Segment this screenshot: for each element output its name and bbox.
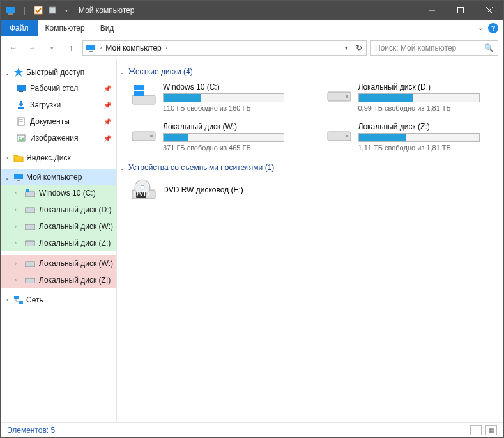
refresh-button[interactable]: ↻: [351, 40, 367, 56]
chevron-right-icon[interactable]: ›: [3, 155, 11, 161]
tree-quick-access[interactable]: ⌄ Быстрый доступ: [1, 65, 116, 80]
drive-icon: [326, 122, 352, 148]
tree-drive-z[interactable]: › Локальный диск (Z:): [1, 235, 116, 251]
chevron-right-icon[interactable]: ›: [15, 223, 21, 230]
drive-windows-icon: [25, 188, 35, 198]
svg-rect-19: [14, 174, 23, 179]
computer-icon: [13, 172, 24, 182]
chevron-right-icon[interactable]: ›: [15, 190, 21, 196]
content-pane: ⌄ Жесткие диски (4) Windows 10 (C:) 110 …: [117, 59, 503, 422]
tree-downloads[interactable]: Загрузки 📌: [1, 97, 116, 113]
chevron-right-icon[interactable]: ›: [165, 44, 167, 51]
svg-rect-5: [457, 8, 463, 13]
desktop-icon: [16, 83, 26, 93]
tree-drive-z-dup[interactable]: › Локальный диск (Z:): [1, 272, 116, 288]
svg-rect-1: [8, 13, 13, 15]
chevron-down-icon[interactable]: ⌄: [3, 69, 11, 76]
search-icon[interactable]: 🔍: [484, 43, 494, 52]
drive-usage-fill: [164, 94, 201, 102]
drive-z[interactable]: Локальный диск (Z:) 1,11 ТБ свободно из …: [326, 122, 496, 152]
svg-rect-20: [17, 180, 20, 181]
menu-view[interactable]: Вид: [93, 20, 122, 36]
section-hard-drives[interactable]: ⌄ Жесткие диски (4): [119, 67, 496, 76]
svg-rect-31: [134, 85, 139, 90]
drive-icon: [25, 258, 35, 269]
drive-free-text: 110 ГБ свободно из 160 ГБ: [163, 104, 291, 112]
chevron-right-icon[interactable]: ›: [15, 260, 21, 267]
drive-icon: [131, 122, 157, 148]
tree-pictures[interactable]: Изображения 📌: [1, 130, 116, 146]
tree-drive-d[interactable]: › Локальный диск (D:): [1, 201, 116, 218]
svg-rect-34: [139, 91, 144, 96]
qat-new-icon[interactable]: [47, 4, 58, 16]
tree-documents[interactable]: Документы 📌: [1, 113, 116, 130]
ribbon-expand-icon[interactable]: ⌄: [478, 24, 483, 31]
maximize-button[interactable]: [446, 1, 475, 20]
chevron-down-icon[interactable]: ⌄: [119, 68, 125, 75]
pin-icon: 📌: [103, 102, 111, 109]
chevron-right-icon[interactable]: ›: [100, 44, 102, 51]
tree-yandex-disk[interactable]: › Яндекс.Диск: [1, 150, 116, 166]
nav-recent-dropdown[interactable]: ▾: [44, 40, 59, 56]
address-bar[interactable]: › Мой компьютер › ▾: [82, 40, 351, 56]
downloads-icon: [16, 100, 26, 110]
svg-rect-32: [139, 85, 144, 90]
drive-label: Локальный диск (Z:): [358, 122, 486, 131]
drive-d[interactable]: Локальный диск (D:) 0,99 ТБ свободно из …: [326, 82, 496, 112]
svg-rect-21: [25, 192, 35, 197]
svg-rect-38: [150, 135, 153, 137]
qat-dropdown-icon[interactable]: ▾: [61, 4, 72, 16]
help-icon[interactable]: ?: [488, 23, 498, 33]
titlebar: | ▾ Мой компьютер: [1, 1, 503, 20]
tree-my-computer[interactable]: ⌄ Мой компьютер: [1, 169, 116, 185]
svg-rect-27: [25, 278, 35, 283]
drive-windows-icon: [131, 82, 157, 108]
svg-rect-3: [49, 7, 56, 13]
minimize-button[interactable]: [417, 1, 446, 20]
chevron-down-icon[interactable]: ⌄: [3, 174, 11, 181]
tree-drive-w-dup[interactable]: › Локальный диск (W:): [1, 255, 116, 272]
drive-usage-bar: [163, 93, 284, 102]
address-dropdown-icon[interactable]: ▾: [345, 45, 348, 51]
tree-drive-c[interactable]: › Windows 10 (C:): [1, 185, 116, 201]
window-title: Мой компьютер: [79, 6, 134, 15]
view-details-button[interactable]: ☰: [470, 425, 482, 435]
svg-rect-2: [34, 6, 42, 14]
svg-rect-24: [25, 224, 35, 230]
menu-computer[interactable]: Компьютер: [38, 20, 93, 36]
pin-icon: 📌: [103, 85, 111, 92]
drive-c[interactable]: Windows 10 (C:) 110 ГБ свободно из 160 Г…: [131, 82, 301, 112]
drive-label: Windows 10 (C:): [163, 82, 291, 91]
breadcrumb-root[interactable]: Мой компьютер: [105, 43, 161, 52]
section-removable[interactable]: ⌄ Устройства со съемными носителями (1): [119, 163, 496, 172]
system-icon[interactable]: [4, 4, 16, 16]
chevron-right-icon[interactable]: ›: [3, 297, 11, 303]
tree-network[interactable]: › Сеть: [1, 292, 116, 308]
drive-w[interactable]: Локальный диск (W:) 371 ГБ свободно из 4…: [131, 122, 301, 152]
view-large-icons-button[interactable]: ▦: [485, 425, 497, 435]
chevron-right-icon[interactable]: ›: [15, 207, 21, 213]
drive-free-text: 371 ГБ свободно из 465 ГБ: [163, 144, 291, 152]
close-button[interactable]: [475, 1, 503, 20]
svg-rect-36: [346, 95, 348, 98]
search-input[interactable]: Поиск: Мой компьютер 🔍: [370, 40, 498, 56]
star-icon: [13, 67, 24, 77]
pin-icon: 📌: [103, 135, 111, 142]
dvd-drive-icon: DVD: [131, 178, 157, 201]
qat-properties-icon[interactable]: [33, 4, 44, 16]
drive-label: Локальный диск (W:): [163, 122, 291, 131]
chevron-down-icon[interactable]: ⌄: [119, 164, 125, 171]
nav-back-button[interactable]: ←: [6, 40, 21, 56]
drive-dvd[interactable]: DVD DVD RW дисковод (E:): [131, 178, 496, 201]
svg-rect-13: [18, 107, 24, 109]
svg-text:DVD: DVD: [133, 189, 149, 198]
menu-file[interactable]: Файл: [1, 20, 38, 36]
drive-icon: [25, 221, 35, 231]
nav-forward-button[interactable]: →: [25, 40, 40, 56]
nav-tree: ⌄ Быстрый доступ Рабочий стол 📌 Загрузки…: [1, 59, 117, 422]
chevron-right-icon[interactable]: ›: [15, 240, 21, 246]
nav-up-button[interactable]: ↑: [63, 40, 79, 56]
chevron-right-icon[interactable]: ›: [15, 277, 21, 283]
tree-desktop[interactable]: Рабочий стол 📌: [1, 80, 116, 97]
tree-drive-w[interactable]: › Локальный диск (W:): [1, 218, 116, 235]
